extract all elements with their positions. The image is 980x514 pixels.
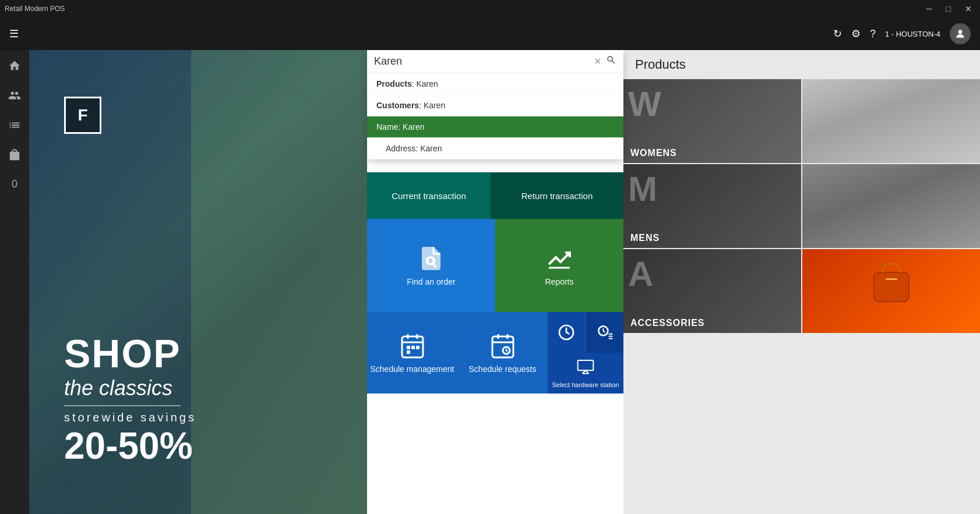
- topbar: ☰ ↻ ⚙ ? 1 - HOUSTON-4: [0, 17, 980, 50]
- hero-divider: [64, 405, 181, 406]
- svg-rect-9: [411, 346, 415, 349]
- product-card-accessories-photo[interactable]: [802, 249, 980, 333]
- mens-photo-overlay: [802, 164, 980, 248]
- product-card-womens[interactable]: W WOMENS: [623, 79, 801, 163]
- store-info: 1 - HOUSTON-4: [885, 30, 940, 38]
- search-input[interactable]: [374, 55, 594, 68]
- clock-in-tile[interactable]: [548, 312, 586, 353]
- hamburger-menu-icon[interactable]: ☰: [9, 27, 19, 40]
- products-title: Products: [623, 50, 980, 79]
- action-row: Find an order Reports: [367, 219, 623, 312]
- products-grid: W WOMENS M MENS: [623, 79, 980, 333]
- orders-icon[interactable]: [8, 119, 21, 134]
- bag-visual: [868, 261, 915, 307]
- return-transaction-tile[interactable]: Return transaction: [491, 172, 623, 219]
- reports-icon: [545, 244, 573, 272]
- tiles-grid: Current transaction Return transaction: [367, 172, 623, 514]
- hero-text-block: SHOP the classics storewide savings 20-5…: [64, 331, 196, 467]
- reports-tile[interactable]: Reports: [495, 219, 623, 312]
- window-controls: ─ □ ✕: [923, 3, 975, 15]
- svg-rect-12: [492, 336, 513, 357]
- topbar-left: ☰: [9, 27, 19, 40]
- svg-rect-11: [407, 350, 410, 354]
- tiles-area: ✕ Products: Karen Customers: Karen: [367, 50, 623, 514]
- hardware-column: Select hardware station: [548, 312, 623, 394]
- search-result-address[interactable]: Address: Karen: [367, 138, 623, 159]
- hero-shop-text: SHOP: [64, 331, 196, 376]
- search-container: ✕ Products: Karen Customers: Karen: [367, 50, 623, 159]
- hero-storewide-text: storewide savings: [64, 411, 196, 424]
- store-logo-badge: F: [64, 97, 101, 134]
- zero-badge: 0: [12, 178, 17, 190]
- current-transaction-tile[interactable]: Current transaction: [367, 172, 491, 219]
- clock-list-icon: [595, 323, 614, 342]
- product-card-womens-photo[interactable]: [802, 79, 980, 163]
- svg-rect-25: [886, 278, 897, 280]
- refresh-icon[interactable]: ↻: [833, 27, 842, 40]
- customers-icon[interactable]: [8, 89, 21, 105]
- product-card-mens[interactable]: M MENS: [623, 164, 801, 248]
- bag-icon[interactable]: [8, 148, 21, 164]
- search-result-products[interactable]: Products: Karen: [367, 73, 623, 95]
- schedule-management-tile[interactable]: Schedule management: [367, 312, 457, 394]
- find-order-tile[interactable]: Find an order: [367, 219, 495, 312]
- hero-person-right: [191, 50, 367, 514]
- hero-banner: F SHOP the classics storewide savings 20…: [29, 50, 367, 514]
- schedule-requests-icon: [489, 332, 517, 360]
- hero-classics-text: the classics: [64, 376, 196, 400]
- bottom-row: Schedule management Schedule requests: [367, 312, 623, 394]
- mens-label: MENS: [623, 228, 667, 248]
- search-clear-icon[interactable]: ✕: [594, 56, 601, 67]
- settings-icon[interactable]: ⚙: [851, 27, 861, 40]
- product-card-accessories[interactable]: A ACCESSORIES: [623, 249, 801, 333]
- home-icon[interactable]: [8, 59, 21, 75]
- schedule-requests-tile[interactable]: Schedule requests: [457, 312, 548, 394]
- maximize-button[interactable]: □: [943, 3, 954, 15]
- minimize-button[interactable]: ─: [923, 3, 936, 15]
- womens-label: WOMENS: [623, 143, 684, 163]
- find-order-icon: [417, 244, 445, 272]
- search-submit-icon[interactable]: [606, 55, 616, 68]
- app: ☰ ↻ ⚙ ? 1 - HOUSTON-4: [0, 17, 980, 514]
- search-result-customers[interactable]: Customers: Karen: [367, 95, 623, 116]
- clock-list-tile[interactable]: [586, 312, 624, 353]
- titlebar: Retail Modern POS ─ □ ✕: [0, 0, 980, 17]
- topbar-right: ↻ ⚙ ? 1 - HOUSTON-4: [833, 23, 971, 44]
- search-bar: ✕: [367, 50, 623, 73]
- user-avatar[interactable]: [950, 23, 971, 44]
- search-results-dropdown: Products: Karen Customers: Karen Name: K…: [367, 73, 623, 159]
- hardware-station-icon: [576, 358, 595, 377]
- product-card-mens-photo[interactable]: [802, 164, 980, 248]
- main-content: 0 F SHOP the classics storewide savings …: [0, 50, 980, 514]
- help-icon[interactable]: ?: [870, 28, 876, 40]
- transaction-row: Current transaction Return transaction: [367, 172, 623, 219]
- hero-discount-text: 20-50%: [64, 424, 196, 467]
- search-result-name[interactable]: Name: Karen: [367, 116, 623, 138]
- clock-icon: [557, 323, 576, 342]
- svg-rect-22: [578, 360, 594, 370]
- svg-rect-10: [416, 346, 420, 349]
- accessories-label: ACCESSORIES: [623, 313, 711, 333]
- close-button[interactable]: ✕: [961, 3, 975, 15]
- select-hardware-station-tile[interactable]: Select hardware station: [548, 353, 623, 394]
- products-panel: Products W WOMENS M MENS: [623, 50, 980, 514]
- app-title: Retail Modern POS: [5, 5, 65, 13]
- sidebar: 0: [0, 50, 29, 514]
- svg-rect-24: [874, 272, 909, 302]
- clock-tiles: [548, 312, 623, 353]
- svg-point-0: [958, 30, 963, 34]
- womens-photo-overlay: [802, 79, 980, 163]
- svg-rect-8: [407, 346, 410, 349]
- schedule-management-icon: [399, 332, 426, 360]
